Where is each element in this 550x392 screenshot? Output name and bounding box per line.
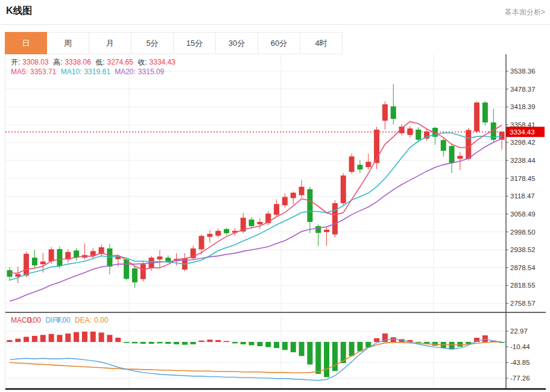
- page-title: K线图: [6, 5, 33, 17]
- tab-60min[interactable]: 60分: [258, 32, 300, 54]
- svg-text:2878.54: 2878.54: [510, 264, 536, 271]
- svg-text:3118.47: 3118.47: [510, 192, 535, 200]
- header-divider: [0, 24, 550, 25]
- svg-text:3538.36: 3538.36: [510, 68, 536, 75]
- dea-label: DEA:: [75, 316, 92, 324]
- kline-page: K线图 基本面分析> 日周月5分15分30分60分4时 3538.363478.…: [0, 0, 550, 392]
- tab-5min[interactable]: 5分: [131, 32, 174, 54]
- svg-text:2758.57: 2758.57: [510, 300, 536, 307]
- svg-text:2998.50: 2998.50: [510, 229, 536, 236]
- svg-text:2938.52: 2938.52: [510, 246, 536, 253]
- tab-30min[interactable]: 30分: [216, 32, 258, 54]
- high-label: 高:: [53, 58, 62, 66]
- high-value: 3338.06: [65, 58, 90, 66]
- chart-container: 3538.363478.373418.393358.413298.423238.…: [5, 54, 545, 391]
- close-value: 3334.43: [150, 58, 175, 66]
- tab-day[interactable]: 日: [5, 32, 47, 54]
- svg-text:3238.44: 3238.44: [510, 157, 536, 164]
- tab-week[interactable]: 周: [47, 32, 89, 54]
- svg-text:-77.26: -77.26: [510, 375, 530, 382]
- svg-text:22.97: 22.97: [510, 327, 528, 335]
- kline-chart: 3538.363478.373418.393358.413298.423238.…: [5, 54, 546, 391]
- period-tabs: 日周月5分15分30分60分4时: [5, 32, 343, 54]
- open-label: 开:: [11, 58, 20, 66]
- macd-readout: MACD:0.00 DIFF:0.00 DEA:0.00: [11, 316, 110, 324]
- ma20-value: 3315.09: [138, 68, 164, 76]
- open-value: 3308.03: [22, 58, 48, 66]
- low-value: 3274.65: [107, 58, 133, 66]
- svg-text:3058.49: 3058.49: [510, 210, 536, 218]
- tab-15min[interactable]: 15分: [174, 32, 216, 54]
- ma10-label: MA10:: [61, 68, 82, 76]
- dea-value: 0.00: [94, 316, 108, 324]
- close-label: 收:: [138, 58, 147, 66]
- diff-value: 0.00: [56, 316, 70, 324]
- fundamental-analysis-link[interactable]: 基本面分析>: [505, 7, 545, 17]
- svg-text:2818.55: 2818.55: [510, 282, 536, 289]
- svg-text:3418.39: 3418.39: [510, 103, 536, 110]
- tab-4hour[interactable]: 4时: [300, 32, 343, 54]
- svg-text:3298.42: 3298.42: [510, 139, 536, 146]
- svg-text:-10.44: -10.44: [510, 343, 530, 350]
- low-label: 低:: [95, 58, 104, 66]
- ma5-value: 3353.71: [30, 68, 56, 76]
- svg-text:-43.85: -43.85: [510, 359, 530, 366]
- ma5-label: MA5:: [11, 68, 28, 76]
- macd-value: 0.00: [27, 316, 41, 324]
- ma10-value: 3319.61: [84, 68, 110, 76]
- svg-text:3478.37: 3478.37: [510, 86, 536, 93]
- current-price-tag: 3334.43: [506, 127, 545, 137]
- svg-text:3178.45: 3178.45: [510, 175, 536, 182]
- ma20-label: MA20:: [115, 68, 136, 76]
- svg-text:3334.43: 3334.43: [510, 128, 535, 136]
- ma-readout: MA5:3353.71 MA10:3319.61 MA20:3315.09: [11, 68, 166, 76]
- ohlc-readout: 开:3308.03 高:3338.06 低:3274.65 收:3334.43: [11, 57, 178, 68]
- tab-month[interactable]: 月: [89, 32, 131, 54]
